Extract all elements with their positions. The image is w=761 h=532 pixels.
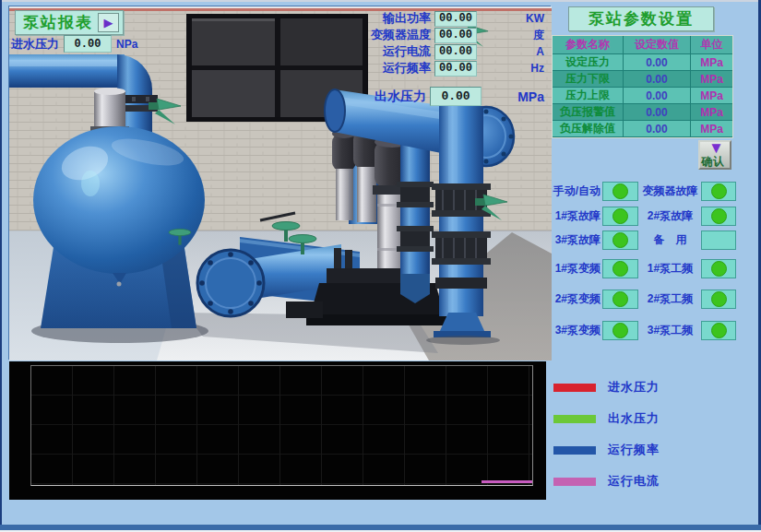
confirm-button-label: 确认 [701,154,725,170]
readout-label: 变频器温度 [367,27,431,43]
param-unit: MPa [691,54,732,71]
status-label: 1#泵故障 [547,208,600,224]
output-power-readout: 输出功率 00.00 KW [367,10,548,27]
status-lamp-box [602,290,638,309]
inverter-temp-readout: 变频器温度 00.00 度 [367,27,548,43]
readout-unit: MPa [485,89,544,104]
inlet-pressure-label: 进水压力 [11,36,59,53]
legend-label: 运行电流 [608,473,660,490]
frame-top [0,0,761,2]
inlet-pressure-value: 0.00 [64,35,112,53]
status-label: 2#泵故障 [641,208,699,224]
status-lamp-icon [612,208,628,224]
pressure-tank [33,126,205,328]
readout-label: 输出功率 [367,10,431,27]
frame-left [0,0,2,532]
status-label: 3#泵故障 [547,232,600,248]
param-value-field[interactable]: 0.00 [624,71,691,88]
table-header-row: 参数名称 设定数值 单位 [553,36,732,54]
status-row: 1#泵变频 1#泵工频 [547,258,736,278]
status-lamp-icon [711,261,727,277]
table-row: 负压报警值 0.00 MPa [553,104,732,121]
status-row: 3#泵变频 3#泵工频 [547,320,736,340]
legend-item: 进水压力 [553,379,660,396]
param-name: 负压报警值 [553,104,624,121]
status-lamp-icon [711,291,727,307]
header-unit: 单位 [691,36,732,54]
header-param-name: 参数名称 [553,36,624,54]
legend-color-swatch [553,415,596,423]
status-lamp-box [602,321,638,340]
readout-value: 00.00 [434,61,477,77]
settings-panel-title: 泵站参数设置 [568,6,714,31]
status-lamp-icon [612,291,628,307]
status-row: 1#泵故障 2#泵故障 [547,206,736,226]
status-lamp-icon [612,261,628,277]
report-button-label: 泵站报表 [23,12,93,33]
legend-color-swatch [553,478,596,486]
status-label: 备 用 [641,232,699,248]
readout-value: 00.00 [434,44,477,60]
param-name: 设定压力 [553,54,624,71]
running-current-readout: 运行电流 00.00 A [367,43,548,60]
status-label: 3#泵工频 [641,323,699,338]
readout-value: 00.00 [434,11,477,27]
status-row: 手动/自动 变频器故障 [547,181,736,201]
readout-unit: KW [481,12,544,25]
status-label: 1#泵工频 [641,261,699,277]
inlet-pressure-unit: NPa [116,38,137,51]
param-value-field[interactable]: 0.00 [624,121,691,137]
outlet-pressure-readout: 出水压力 0.00 MPa [367,87,548,106]
play-icon: ▶ [98,13,119,32]
status-lamp-icon [612,232,628,248]
status-lamp-box [701,231,736,250]
current-trace-segment [482,480,532,483]
param-name: 压力上限 [553,88,624,104]
legend-color-swatch [553,446,596,455]
status-row: 3#泵故障 备 用 [547,230,736,250]
status-label: 变频器故障 [641,183,699,199]
table-row: 设定压力 0.00 MPa [553,54,732,71]
status-lamp-icon [612,183,628,199]
readout-label: 运行电流 [367,43,431,60]
param-name: 压力下限 [553,71,624,88]
legend-label: 进水压力 [608,379,660,396]
status-lamp-icon [711,323,727,338]
legend-label: 出水压力 [608,410,660,427]
status-label: 3#泵变频 [547,323,600,338]
parameter-table: 参数名称 设定数值 单位 设定压力 0.00 MPa 压力下限 0.00 MPa… [552,35,733,138]
legend-label: 运行频率 [608,442,660,458]
confirm-button[interactable]: ▼ 确认 [698,140,731,170]
param-unit: MPa [691,104,732,121]
status-lamp-box [701,182,736,201]
table-row: 压力下限 0.00 MPa [553,71,732,88]
status-lamp-icon [612,323,628,338]
status-lamp-box [701,321,736,340]
inlet-pressure-readout: 进水压力 0.00 NPa [11,35,137,53]
status-lamp-box [701,290,736,309]
status-lamp-icon [711,208,727,224]
param-value-field[interactable]: 0.00 [624,104,691,121]
table-row: 压力上限 0.00 MPa [553,88,732,104]
readout-unit: Hz [481,62,544,75]
param-value-field[interactable]: 0.00 [624,54,691,71]
status-lamp-box [602,182,638,201]
legend-color-swatch [553,384,596,392]
param-value-field[interactable]: 0.00 [624,88,691,104]
report-button[interactable]: 泵站报表 ▶ [15,10,124,35]
legend-item: 运行频率 [553,442,660,458]
status-lamp-box [602,231,638,250]
status-row: 2#泵变频 2#泵工频 [547,289,736,309]
header-set-value: 设定数值 [624,36,691,54]
status-label: 1#泵变频 [547,261,600,277]
readout-label: 运行频率 [367,60,431,77]
param-unit: MPa [691,71,732,88]
status-label: 2#泵变频 [547,291,600,307]
status-lamp-box [701,207,736,226]
status-lamp-icon [711,183,727,199]
readout-value: 00.00 [434,28,477,43]
trend-chart-plot-area [30,365,533,486]
param-unit: MPa [691,121,732,137]
status-label: 手动/自动 [547,183,600,199]
trend-chart [9,361,546,500]
